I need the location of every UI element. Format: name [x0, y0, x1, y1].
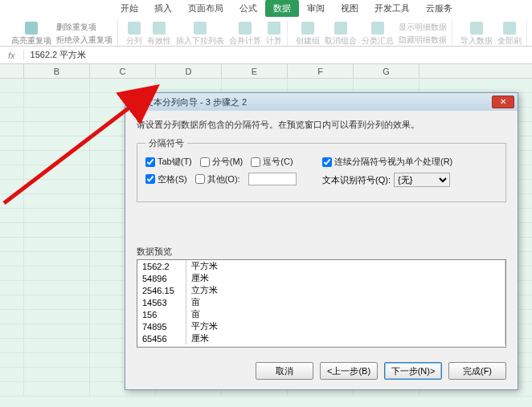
cancel-button[interactable]: 取消 — [256, 362, 313, 380]
tab-dev[interactable]: 开发工具 — [366, 0, 418, 17]
col-corner[interactable] — [0, 64, 24, 78]
split-icon — [128, 22, 141, 35]
tab-home[interactable]: 开始 — [113, 0, 146, 17]
text-qualifier-label: 文本识别符号(Q): — [322, 174, 391, 186]
ungroup-icon — [334, 22, 347, 35]
consecutive-checkbox[interactable]: 连续分隔符号视为单个处理(R) — [322, 156, 452, 168]
import-icon — [470, 22, 483, 35]
dialog-title: 文本分列向导 - 3 步骤之 2 — [145, 96, 492, 108]
delimiter-legend: 分隔符号 — [145, 137, 187, 149]
tool-consolidate[interactable]: 合并计算 — [229, 22, 261, 47]
col-b[interactable]: B — [24, 64, 90, 78]
tool-insert-drop[interactable]: 插入下拉列表 — [176, 22, 224, 47]
finish-button[interactable]: 完成(F) — [448, 362, 506, 380]
table-row: 1562.2平方米 — [137, 260, 505, 272]
tool-subtotal[interactable]: 分类汇总 — [362, 22, 394, 47]
tool-hide-detail[interactable]: 隐藏明细数据 — [399, 35, 447, 46]
tab-layout[interactable]: 页面布局 — [180, 0, 231, 17]
column-headers: B C D E F G — [0, 64, 532, 79]
refresh-icon — [503, 22, 516, 35]
next-button[interactable]: 下一步(N)> — [384, 362, 442, 380]
tool-reject-dup[interactable]: 拒绝录入重复项 — [56, 35, 113, 46]
close-icon: ✕ — [500, 98, 506, 106]
tool-import[interactable]: 导入数据 — [460, 22, 493, 47]
table-row: 74895平方米 — [137, 320, 505, 332]
tool-refresh[interactable]: 全部刷 — [497, 22, 522, 47]
highlight-icon — [25, 22, 38, 35]
close-button[interactable]: ✕ — [492, 96, 514, 108]
ribbon-tools: 高亮重复项 删除重复项 拒绝录入重复项 分列 有效性 插入下拉列表 合并计算 计… — [0, 17, 532, 47]
space-checkbox[interactable]: 空格(S) — [145, 173, 187, 185]
tab-checkbox[interactable]: Tab键(T) — [145, 156, 192, 168]
consolidate-icon — [239, 22, 252, 35]
validity-icon — [153, 22, 166, 35]
tab-view[interactable]: 视图 — [333, 0, 366, 17]
fx-label: fx — [0, 51, 24, 60]
dialog-instruction: 请设置分列数据所包含的分隔符号。在预览窗口内可以看到分列的效果。 — [137, 119, 506, 131]
tab-cloud[interactable]: 云服务 — [418, 0, 460, 17]
col-g[interactable]: G — [354, 64, 419, 78]
ribbon: 开始 插入 页面布局 公式 数据 审阅 视图 开发工具 云服务 高亮重复项 删除… — [0, 0, 532, 47]
dropdown-icon — [194, 22, 207, 35]
tool-show-detail[interactable]: 显示明细数据 — [399, 22, 447, 33]
tool-create-group[interactable]: 创建组 — [296, 22, 320, 47]
other-input[interactable] — [248, 173, 297, 185]
col-e[interactable]: E — [222, 64, 288, 78]
col-d[interactable]: D — [156, 64, 222, 78]
group-icon — [301, 22, 314, 35]
delimiter-group: 分隔符号 Tab键(T) 分号(M) 逗号(C) 空格(S) 其他(O): — [137, 137, 506, 202]
table-row: 156亩 — [137, 308, 505, 320]
tool-recalc[interactable]: 计算 — [266, 22, 282, 47]
table-row: 65456厘米 — [137, 332, 505, 344]
table-row: 2546.15立方米 — [137, 284, 505, 296]
tab-formula[interactable]: 公式 — [231, 0, 265, 17]
other-checkbox[interactable]: 其他(O): — [195, 173, 240, 185]
text-qualifier-select[interactable]: {无} — [394, 173, 450, 187]
app-icon — [129, 96, 140, 108]
col-f[interactable]: F — [288, 64, 354, 78]
preview-table: 1562.2平方米 54896厘米 2546.15立方米 14563亩 156亩… — [137, 260, 505, 344]
comma-checkbox[interactable]: 逗号(C) — [251, 156, 293, 168]
preview-label: 数据预览 — [137, 246, 506, 258]
dialog-titlebar[interactable]: 文本分列向导 - 3 步骤之 2 ✕ — [125, 93, 518, 111]
ribbon-tabs: 开始 插入 页面布局 公式 数据 审阅 视图 开发工具 云服务 — [0, 0, 532, 17]
preview-pane[interactable]: 1562.2平方米 54896厘米 2546.15立方米 14563亩 156亩… — [137, 259, 506, 348]
col-c[interactable]: C — [90, 64, 156, 78]
tab-insert[interactable]: 插入 — [146, 0, 180, 17]
text-to-columns-dialog: 文本分列向导 - 3 步骤之 2 ✕ 请设置分列数据所包含的分隔符号。在预览窗口… — [125, 92, 518, 390]
semicolon-checkbox[interactable]: 分号(M) — [200, 156, 243, 168]
tool-highlight-dup[interactable]: 高亮重复项 — [11, 22, 51, 47]
back-button[interactable]: <上一步(B) — [320, 362, 378, 380]
table-row: 54896厘米 — [137, 272, 505, 284]
tab-data[interactable]: 数据 — [265, 0, 299, 17]
recalc-icon — [268, 22, 280, 35]
table-row: 14563亩 — [137, 296, 505, 308]
tab-review[interactable]: 审阅 — [299, 0, 333, 17]
tool-split-col[interactable]: 分列 — [126, 22, 142, 47]
tool-validity[interactable]: 有效性 — [147, 22, 171, 47]
fx-value[interactable]: 1562.2 平方米 — [24, 49, 93, 61]
tool-del-dup[interactable]: 删除重复项 — [56, 22, 113, 33]
subtotal-icon — [371, 22, 384, 35]
formula-bar: fx 1562.2 平方米 — [0, 47, 532, 64]
tool-cancel-group[interactable]: 取消组合 — [325, 22, 357, 47]
